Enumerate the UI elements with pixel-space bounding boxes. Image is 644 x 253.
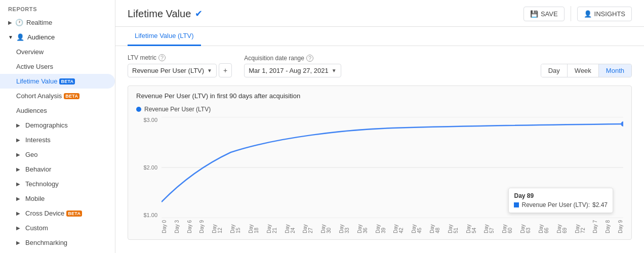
demographics-arrow: ▶: [16, 122, 20, 128]
y-label-3: $3.00: [143, 117, 157, 123]
mobile-label: Mobile: [25, 195, 45, 202]
sidebar-item-mobile[interactable]: ▶ Mobile: [0, 191, 115, 206]
x-label-18: Day 18: [248, 219, 259, 233]
audience-label: Audience: [27, 33, 55, 41]
sidebar-item-lifetime-value[interactable]: Lifetime Value BETA: [0, 74, 115, 89]
interests-arrow: ▶: [16, 137, 20, 143]
sidebar-item-active-users[interactable]: Active Users: [0, 59, 115, 74]
cross-device-label: Cross Device: [25, 209, 64, 217]
overview-label: Overview: [16, 48, 44, 56]
sidebar-item-interests[interactable]: ▶ Interests: [0, 133, 115, 147]
x-label-69: Day 69: [556, 219, 568, 233]
clock-icon: 🕐: [15, 19, 23, 26]
period-week-button[interactable]: Week: [568, 64, 599, 77]
sidebar-item-technology[interactable]: ▶ Technology: [0, 177, 115, 191]
technology-label: Technology: [25, 180, 59, 188]
main-content: Lifetime Value ✔ 💾 SAVE 👤 INSIGHTS Lifet…: [115, 0, 644, 253]
acquisition-select[interactable]: Mar 1, 2017 - Aug 27, 2021 ▼: [244, 64, 341, 77]
x-label-21: Day 21: [266, 219, 277, 233]
legend-dot: [136, 107, 141, 112]
add-metric-button[interactable]: +: [219, 63, 232, 77]
sidebar-item-geo[interactable]: ▶ Geo: [0, 147, 115, 162]
behavior-arrow: ▶: [16, 166, 20, 172]
header-divider: [571, 6, 571, 21]
x-label-78: Day 8: [605, 219, 611, 233]
content-area: LTV metric ? Revenue Per User (LTV) ▼ + …: [115, 46, 644, 253]
save-label: SAVE: [541, 10, 558, 18]
y-label-1: $1.00: [143, 212, 157, 218]
cross-device-badge: BETA: [66, 210, 82, 217]
acquisition-chevron: ▼: [332, 68, 337, 73]
chart-container: Revenue Per User (LTV) in first 90 days …: [128, 86, 632, 240]
header-right: 💾 SAVE 👤 INSIGHTS: [524, 6, 632, 21]
svg-point-3: [621, 121, 623, 126]
chart-area: $3.00 $2.00 $1.00: [136, 117, 623, 233]
mobile-arrow: ▶: [16, 196, 20, 201]
x-label-24: Day 24: [285, 219, 296, 233]
technology-arrow: ▶: [16, 181, 20, 187]
x-label-27: Day 27: [302, 219, 313, 233]
period-day-button[interactable]: Day: [541, 64, 568, 77]
x-label-12: Day 12: [212, 219, 223, 233]
tab-lifetime-value[interactable]: Lifetime Value (LTV): [128, 27, 201, 46]
sidebar-item-realtime[interactable]: ▶ 🕐 Realtime: [0, 15, 115, 30]
lifetime-value-label: Lifetime Value: [16, 77, 57, 85]
ltv-metric-help[interactable]: ?: [158, 54, 166, 61]
geo-arrow: ▶: [16, 152, 20, 157]
x-label-3: Day 3: [174, 219, 180, 233]
ltv-metric-label: LTV metric ?: [128, 54, 232, 61]
period-month-button[interactable]: Month: [599, 64, 631, 77]
acquisition-label: Acquisition date range ?: [244, 55, 341, 62]
x-label-42: Day 42: [393, 219, 404, 233]
x-label-6: Day 6: [187, 219, 192, 233]
save-button[interactable]: 💾 SAVE: [524, 7, 565, 21]
ltv-metric-select[interactable]: Revenue Per User (LTV) ▼: [128, 64, 217, 77]
insights-button[interactable]: 👤 INSIGHTS: [577, 7, 632, 21]
sidebar-item-overview[interactable]: Overview: [0, 45, 115, 59]
x-label-9: Day 9: [199, 219, 205, 233]
ltv-metric-chevron: ▼: [207, 68, 212, 73]
sidebar-item-custom[interactable]: ▶ Custom: [0, 221, 115, 235]
benchmarking-label: Benchmarking: [25, 239, 67, 246]
demographics-label: Demographics: [25, 121, 68, 129]
y-axis: $3.00 $2.00 $1.00: [136, 117, 162, 218]
x-label-63: Day 63: [520, 219, 531, 233]
chart-title: Revenue Per User (LTV) in first 90 days …: [136, 92, 623, 100]
realtime-label: Realtime: [26, 19, 52, 26]
x-label-45: Day 45: [411, 219, 422, 233]
sidebar-item-behavior[interactable]: ▶ Behavior: [0, 162, 115, 177]
sidebar-item-audience[interactable]: ▼ 👤 Audience: [0, 30, 115, 45]
x-label-0: Day 0: [162, 219, 167, 233]
geo-label: Geo: [25, 151, 38, 158]
benchmarking-arrow: ▶: [16, 240, 20, 245]
save-icon: 💾: [530, 10, 538, 18]
controls-row: LTV metric ? Revenue Per User (LTV) ▼ + …: [128, 54, 632, 77]
behavior-label: Behavior: [25, 165, 51, 173]
sidebar-item-audiences[interactable]: Audiences: [0, 103, 115, 118]
sidebar-item-cohort-analysis[interactable]: Cohort Analysis BETA: [0, 89, 115, 103]
x-label-30: Day 30: [320, 219, 332, 233]
ltv-metric-value: Revenue Per User (LTV): [132, 67, 204, 74]
acquisition-help[interactable]: ?: [306, 55, 313, 62]
tooltip-day: Day 89: [514, 192, 608, 199]
ltv-metric-group: LTV metric ? Revenue Per User (LTV) ▼ +: [128, 54, 232, 77]
sidebar-item-cross-device[interactable]: ▶ Cross Device BETA: [0, 206, 115, 221]
x-label-15: Day 15: [230, 219, 241, 233]
cross-device-arrow: ▶: [16, 210, 20, 216]
x-label-57: Day 57: [484, 219, 495, 233]
custom-label: Custom: [25, 224, 48, 232]
tabs-bar: Lifetime Value (LTV): [115, 27, 644, 46]
sidebar-item-demographics[interactable]: ▶ Demographics: [0, 118, 115, 133]
legend-label: Revenue Per User (LTV): [144, 106, 211, 113]
x-label-36: Day 36: [357, 219, 368, 233]
y-label-2: $2.00: [143, 164, 157, 171]
header-left: Lifetime Value ✔: [128, 8, 203, 20]
insights-label: INSIGHTS: [594, 10, 625, 18]
page-title: Lifetime Value: [128, 8, 191, 20]
x-label-33: Day 33: [339, 219, 350, 233]
x-label-51: Day 51: [448, 219, 459, 233]
sidebar-item-benchmarking[interactable]: ▶ Benchmarking: [0, 235, 115, 250]
acquisition-value: Mar 1, 2017 - Aug 27, 2021: [249, 67, 329, 74]
x-label-48: Day 48: [429, 219, 440, 233]
tooltip-label: Revenue Per User (LTV):: [521, 201, 590, 208]
